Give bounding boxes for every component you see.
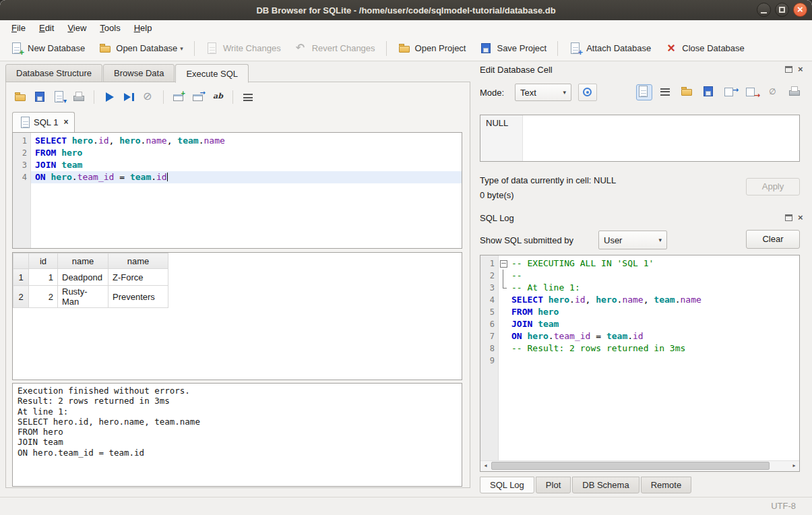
import-icon[interactable] [723,85,738,100]
log-text-area: -- EXECUTING ALL IN 'SQL 1'---- At line … [507,255,799,461]
text-mode-icon[interactable] [637,85,652,100]
cell[interactable]: 2 [29,286,58,308]
execute-current-line-icon[interactable] [122,90,135,104]
scroll-left-icon[interactable]: ◂ [480,461,491,471]
tab-execute-sql[interactable]: Execute SQL [175,64,249,83]
new-database-button[interactable]: New Database [4,39,91,58]
close-database-label: Close Database [682,43,745,53]
dock-tab-sql-log[interactable]: SQL Log [480,477,534,493]
cell[interactable]: Z-Force [108,269,168,286]
cell[interactable]: Preventers [108,286,168,308]
menu-item-tools[interactable]: Tools [94,22,126,34]
sql-tab[interactable]: SQL 1 × [12,112,75,132]
titlebar[interactable]: DB Browser for SQLite - /home/user/code/… [0,0,812,21]
sql-token: ON [35,172,46,182]
editor-text-area[interactable]: SELECT hero.id, hero.name, team.nameFROM… [31,133,462,248]
print-icon[interactable] [72,90,86,104]
column-header-name[interactable]: name [58,253,108,269]
undock-icon[interactable] [785,214,792,221]
clear-button[interactable]: Clear [746,230,800,249]
corner-header[interactable] [13,253,29,269]
line-number: 5 [480,306,498,318]
maximize-icon[interactable] [775,3,789,17]
new-tab-icon[interactable] [172,90,185,104]
column-header-id[interactable]: id [29,253,58,269]
attach-database-label: Attach Database [586,43,651,53]
toolbar-separator [557,41,558,56]
word-wrap-icon[interactable] [658,85,673,100]
close-icon[interactable] [793,3,807,17]
close-panel-icon[interactable] [798,66,805,73]
scrollbar-thumb[interactable] [491,462,770,470]
open-in-new-tab-icon[interactable] [191,90,205,104]
row-number[interactable]: 1 [13,269,29,286]
cell[interactable]: 1 [29,269,58,286]
word-wrap-icon[interactable] [241,90,255,104]
open-database-button[interactable]: Open Database▾ [92,39,189,58]
sql-token: , [586,295,596,305]
find-replace-icon[interactable] [211,90,224,104]
export-icon[interactable] [745,85,759,100]
menu-item-view[interactable]: View [61,22,92,34]
sql-token: hero [61,148,82,158]
code-line: -- Result: 2 rows returned in 3ms [507,342,799,355]
tab-database-structure[interactable]: Database Structure [5,64,102,82]
undock-icon[interactable] [785,66,792,73]
fold-cell [499,330,507,342]
save-project-button[interactable]: Save Project [473,39,553,58]
sql-token: SELECT [35,135,67,146]
menu-item-file[interactable]: File [5,22,32,34]
close-panel-icon[interactable] [798,214,805,221]
menu-item-help[interactable]: Help [128,22,158,34]
menu-item-edit[interactable]: Edit [33,22,60,34]
cell[interactable]: Deadpond [58,269,108,286]
dock-tab-remote[interactable]: Remote [641,477,692,493]
sql-log-content: 123456789 -- EXECUTING ALL IN 'SQL 1'---… [480,255,799,461]
sql-editor[interactable]: 1234 SELECT hero.id, hero.name, team.nam… [12,132,462,249]
toolbar-separator [94,90,94,104]
code-line: FROM hero [31,147,462,159]
submitter-select[interactable]: User ▾ [598,231,667,249]
print-icon[interactable] [788,85,803,100]
close-database-button[interactable]: Close Database [658,39,751,58]
execution-log[interactable]: Execution finished without errors. Resul… [12,383,462,487]
save-file-icon[interactable] [701,85,716,100]
save-sql-file-icon[interactable] [33,90,46,104]
stop-icon[interactable] [142,90,155,104]
sql-token: . [72,172,77,182]
apply-button[interactable]: Apply [746,178,800,195]
close-tab-icon[interactable]: × [63,117,68,127]
column-header-name[interactable]: name [108,253,168,269]
sql-log-view[interactable]: 123456789 -- EXECUTING ALL IN 'SQL 1'---… [480,255,800,472]
table-row: 11DeadpondZ-Force [13,269,168,286]
horizontal-scrollbar[interactable]: ◂ ▸ [480,460,799,471]
execute-all-icon[interactable] [102,90,116,104]
row-number[interactable]: 2 [13,286,29,308]
sql-token: . [675,295,681,305]
cell-content-editor[interactable]: NULL [480,115,800,162]
sql-token: . [93,135,98,146]
minimize-icon[interactable] [757,3,771,17]
open-project-button[interactable]: Open Project [392,39,472,58]
sql-token: hero [51,172,71,182]
set-null-icon[interactable] [766,85,781,100]
open-sql-file-icon[interactable] [13,90,27,104]
close-database-icon [664,42,678,55]
export-results-icon[interactable] [53,90,66,104]
sql-token: FROM [35,148,56,158]
attach-database-button[interactable]: Attach Database [563,39,657,58]
fold-collapse-icon[interactable] [500,260,507,268]
sql-token: hero [596,295,617,305]
scroll-right-icon[interactable]: ▸ [789,461,799,471]
tab-browse-data[interactable]: Browse Data [103,64,175,82]
sql-token: -- Result: 2 rows returned in 3ms [511,343,685,353]
sql-token: -- At line 1: [511,282,580,293]
line-number: 2 [13,147,30,159]
cell[interactable]: Rusty-Man [58,286,108,308]
dock-tab-plot[interactable]: Plot [536,477,571,493]
auto-mode-button[interactable] [578,84,597,101]
dock-tab-db-schema[interactable]: DB Schema [572,477,639,493]
mode-select[interactable]: Text ▾ [515,84,571,101]
db-browser-window: DB Browser for SQLite - /home/user/code/… [0,0,812,515]
open-file-icon[interactable] [680,85,695,100]
